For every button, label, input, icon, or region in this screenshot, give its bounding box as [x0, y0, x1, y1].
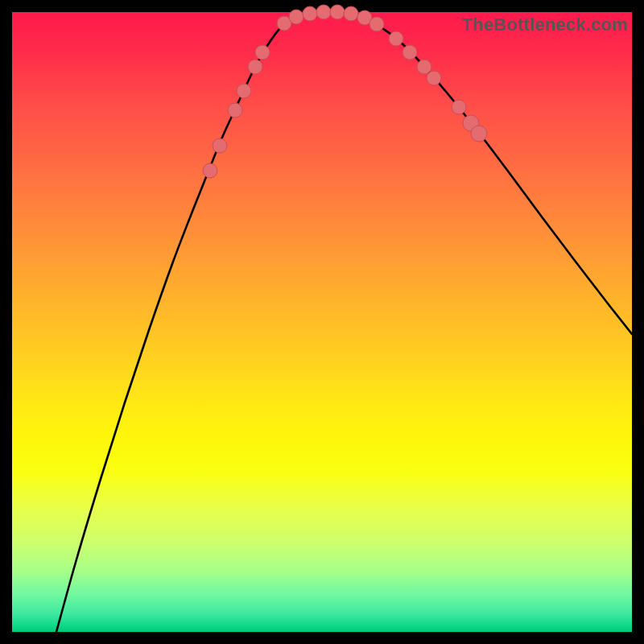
data-point-marker — [330, 5, 345, 19]
data-point-marker — [248, 60, 262, 74]
data-point-marker — [203, 163, 217, 178]
watermark: TheBottleneck.com — [462, 14, 628, 35]
data-point-marker — [402, 45, 417, 60]
data-point-marker — [452, 100, 466, 114]
curve-layer — [12, 12, 632, 632]
bottleneck-curve — [56, 12, 632, 632]
data-point-marker — [255, 45, 270, 60]
data-point-marker — [427, 71, 441, 85]
data-point-marker — [369, 17, 384, 31]
chart-frame: TheBottleneck.com — [0, 0, 644, 644]
data-markers — [203, 5, 487, 178]
data-point-marker — [303, 6, 317, 21]
data-point-marker — [213, 138, 227, 153]
data-point-marker — [344, 6, 358, 21]
data-point-marker — [316, 5, 331, 19]
data-point-marker — [389, 31, 403, 46]
data-point-marker — [417, 60, 431, 74]
data-point-marker — [228, 103, 242, 118]
data-point-marker — [237, 84, 251, 98]
data-point-marker — [471, 126, 487, 142]
data-point-marker — [289, 10, 303, 24]
